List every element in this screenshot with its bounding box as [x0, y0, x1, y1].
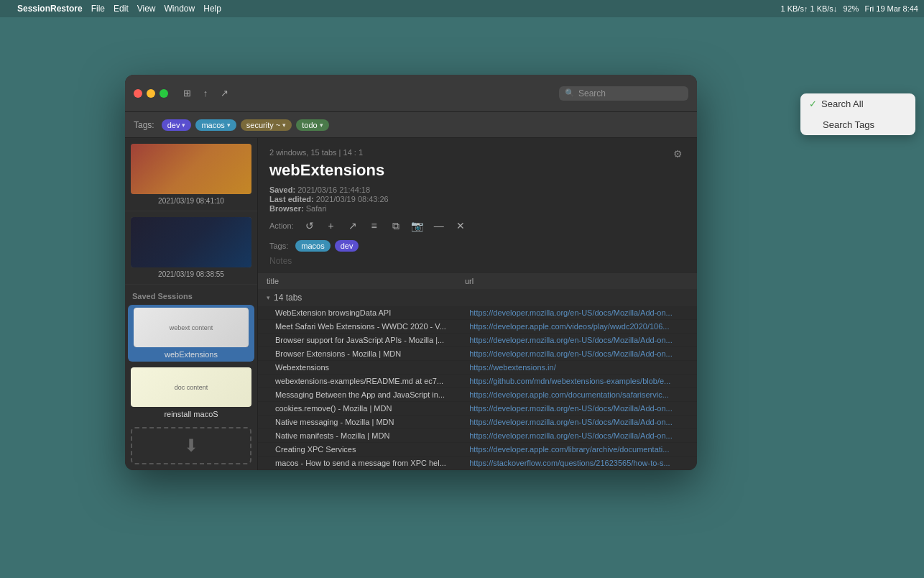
session-stat: 2 windows, 15 tabs | 14 : 1	[269, 148, 670, 157]
tag-todo-arrow-icon: ▾	[320, 121, 323, 129]
browser-val: Safari	[306, 204, 327, 213]
tab-url: https://developer.apple.com/documentatio…	[469, 390, 688, 399]
main-window: ⊞ ↑ ↗ 🔍 Tags: dev ▾ macos ▾ security ~ ▾…	[125, 75, 697, 470]
open-button[interactable]: ↗	[344, 217, 361, 234]
menubar: SessionRestore File Edit View Window Hel…	[0, 0, 924, 17]
session-thumb-2[interactable]: 2021/03/19 08:38:55	[125, 211, 257, 285]
session-tag-macos[interactable]: macos	[295, 240, 330, 252]
tab-title: webextensions-examples/README.md at ec7.…	[275, 377, 469, 385]
tab-url: https://developer.mozilla.org/en-US/docs…	[469, 431, 688, 440]
last-edited-val: 2021/03/19 08:43:26	[316, 195, 389, 203]
session-header: 2 windows, 15 tabs | 14 : 1 ⚙ webExtensi…	[258, 138, 697, 274]
tab-title: Native messaging - Mozilla | MDN	[275, 418, 469, 426]
menubar-app-name[interactable]: SessionRestore	[17, 4, 83, 14]
close-button[interactable]	[134, 89, 142, 98]
screenshot-button[interactable]: 📷	[409, 217, 426, 234]
named-session-preview-1: webext content	[134, 308, 249, 347]
session-tags-label: Tags:	[269, 242, 288, 250]
table-row[interactable]: Browser support for JavaScript APIs - Mo…	[258, 334, 697, 347]
tab-group-1: ▾ 14 tabs WebExtension browsingData API …	[258, 289, 697, 470]
notes-field[interactable]: Notes	[269, 254, 685, 267]
table-row[interactable]: WebExtension browsingData API https://de…	[258, 306, 697, 320]
menubar-edit[interactable]: Edit	[114, 4, 129, 14]
named-session-label-1: webExtensions	[134, 350, 249, 359]
settings-button[interactable]: ⚙	[670, 147, 685, 161]
drop-zone[interactable]: ⬇	[131, 427, 251, 464]
named-session-preview-2: doc content	[131, 367, 251, 407]
tab-title: Browser Extensions - Mozilla | MDN	[275, 349, 469, 358]
minimize-button[interactable]	[147, 89, 155, 98]
restore-button[interactable]: ↺	[301, 217, 318, 234]
tag-security[interactable]: security ~ ▾	[241, 119, 292, 131]
tab-title: Webextensions	[275, 363, 469, 372]
table-row[interactable]: Creating XPC Services https://developer.…	[258, 443, 697, 457]
menubar-help[interactable]: Help	[203, 4, 221, 14]
saved-label: Saved:	[269, 185, 295, 194]
table-row[interactable]: Native messaging - Mozilla | MDN https:/…	[258, 416, 697, 429]
minus-button[interactable]: —	[430, 217, 448, 234]
tab-group-header-1[interactable]: ▾ 14 tabs	[258, 289, 697, 306]
table-row[interactable]: Native manifests - Mozilla | MDN https:/…	[258, 429, 697, 443]
tags-label: Tags:	[134, 120, 154, 130]
saved-meta: Saved: 2021/03/16 21:44:18	[269, 185, 685, 194]
tag-security-arrow-icon: ▾	[282, 121, 286, 129]
saved-val: 2021/03/16 21:44:18	[297, 185, 370, 194]
list-button[interactable]: ≡	[366, 217, 383, 234]
last-edited-label: Last edited:	[269, 195, 314, 203]
tab-title: macos - How to send a message from XPC h…	[275, 459, 469, 467]
main-panel: 2 windows, 15 tabs | 14 : 1 ⚙ webExtensi…	[258, 138, 697, 470]
tab-title: Messaging Between the App and JavaScript…	[275, 390, 469, 399]
search-dropdown: ✓ Search All Search Tags	[800, 93, 915, 135]
share-icon[interactable]: ↑	[198, 86, 213, 101]
named-session-webextensions[interactable]: webext content webExtensions	[128, 305, 254, 362]
tab-title: WebExtension browsingData API	[275, 308, 469, 317]
tab-url: https://webextensions.in/	[469, 363, 688, 372]
table-row[interactable]: macos - How to send a message from XPC h…	[258, 457, 697, 470]
table-row[interactable]: Messaging Between the App and JavaScript…	[258, 388, 697, 402]
sidebar-toggle-icon[interactable]: ⊞	[180, 86, 194, 101]
search-all-option[interactable]: ✓ Search All	[800, 93, 915, 114]
table-row[interactable]: Webextensions https://webextensions.in/	[258, 361, 697, 375]
search-input[interactable]	[578, 88, 683, 98]
tab-title: Browser support for JavaScript APIs - Mo…	[275, 336, 469, 344]
tag-macos[interactable]: macos ▾	[195, 119, 236, 131]
tab-title: Meet Safari Web Extensions - WWDC 2020 -…	[275, 322, 469, 331]
named-session-label-2: reinstall macoS	[131, 410, 251, 418]
tab-url: https://github.com/mdn/webextensions-exa…	[469, 377, 688, 385]
chevron-down-icon: ▾	[267, 294, 270, 301]
clock: Fri 19 Mar 8:44	[864, 4, 918, 13]
add-button[interactable]: +	[323, 217, 340, 234]
table-row[interactable]: cookies.remove() - Mozilla | MDN https:/…	[258, 402, 697, 416]
table-row[interactable]: webextensions-examples/README.md at ec7.…	[258, 375, 697, 388]
tab-url: https://developer.apple.com/library/arch…	[469, 445, 688, 454]
tab-title: Native manifests - Mozilla | MDN	[275, 431, 469, 440]
menubar-view[interactable]: View	[137, 4, 156, 14]
maximize-button[interactable]	[160, 89, 168, 98]
delete-button[interactable]: ✕	[452, 217, 469, 234]
session-tag-dev[interactable]: dev	[335, 240, 359, 252]
session-preview-2	[131, 217, 251, 267]
session-time-2: 2021/03/19 08:38:55	[131, 270, 251, 278]
search-box[interactable]: 🔍	[559, 86, 688, 101]
copy-button[interactable]: ⧉	[387, 217, 405, 234]
sidebar: 2021/03/19 08:41:10 2021/03/19 08:38:55 …	[125, 138, 258, 470]
session-title: webExtensions	[269, 161, 685, 180]
session-thumb-1[interactable]: 2021/03/19 08:41:10	[125, 138, 257, 211]
export-icon[interactable]: ↗	[217, 86, 231, 101]
menubar-window[interactable]: Window	[165, 4, 195, 14]
search-tags-option[interactable]: Search Tags	[800, 114, 915, 135]
session-tags-row: Tags: macos dev	[269, 240, 685, 252]
table-row[interactable]: Browser Extensions - Mozilla | MDN https…	[258, 347, 697, 361]
tag-todo[interactable]: todo ▾	[296, 119, 328, 131]
menubar-file[interactable]: File	[91, 4, 105, 14]
meta-row: Saved: 2021/03/16 21:44:18 Last edited: …	[269, 185, 685, 213]
drop-arrow-icon: ⬇	[184, 436, 198, 456]
tab-title: cookies.remove() - Mozilla | MDN	[275, 404, 469, 413]
tag-macos-arrow-icon: ▾	[227, 121, 231, 129]
col-title: title	[267, 277, 465, 285]
content-area: 2021/03/19 08:41:10 2021/03/19 08:38:55 …	[125, 138, 697, 470]
tag-dev[interactable]: dev ▾	[162, 119, 192, 131]
named-session-reinstall[interactable]: doc content reinstall macoS	[125, 364, 257, 421]
tag-dev-arrow-icon: ▾	[182, 121, 185, 129]
table-row[interactable]: Meet Safari Web Extensions - WWDC 2020 -…	[258, 320, 697, 334]
